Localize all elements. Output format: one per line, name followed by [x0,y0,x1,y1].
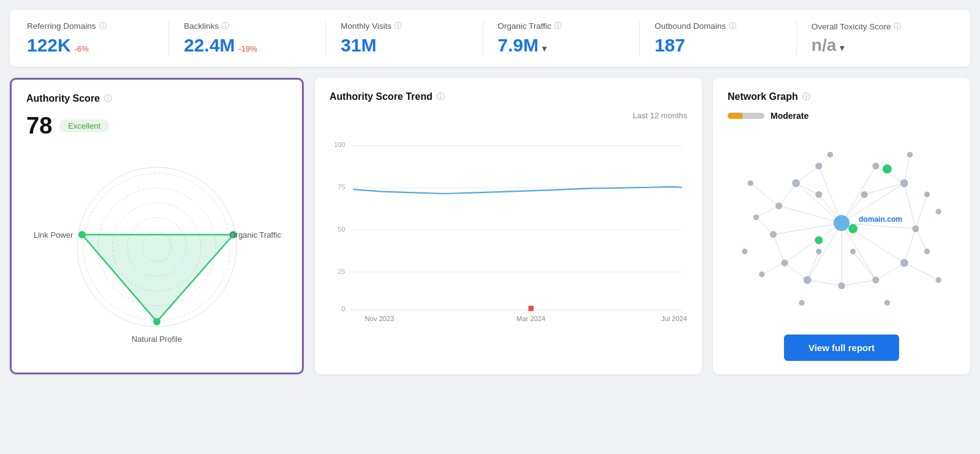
svg-line-46 [904,183,916,229]
authority-trend-title: Authority Score Trend ⓘ [330,91,687,102]
info-icon-toxicity-score[interactable]: ⓘ [894,21,901,32]
metric-label-backlinks: Backlinks ⓘ [184,21,311,31]
svg-point-71 [900,179,908,187]
metric-referring-domains: Referring Domains ⓘ 122K -6% [27,21,169,56]
info-icon-organic-traffic[interactable]: ⓘ [554,21,562,31]
metric-value-referring-domains: 122K -6% [27,35,154,56]
svg-line-56 [904,154,910,183]
svg-line-31 [842,223,876,280]
legend-bar [728,113,764,119]
svg-point-65 [781,260,788,267]
svg-point-69 [900,259,908,267]
svg-line-44 [876,263,905,280]
info-icon-monthly-visits[interactable]: ⓘ [394,21,402,31]
info-icon-network[interactable]: ⓘ [802,91,810,102]
svg-line-41 [785,263,807,280]
trend-chart-container: Last 12 months 100 75 50 25 0 [330,111,687,344]
svg-line-35 [842,166,876,223]
svg-point-66 [804,276,812,284]
info-icon-trend[interactable]: ⓘ [437,91,445,102]
network-graph-title: Network Graph ⓘ [728,91,956,102]
metric-organic-traffic: Organic Traffic ⓘ 7.9M ▾ [483,21,640,56]
view-full-report-button[interactable]: View full report [784,335,899,361]
svg-point-72 [872,162,879,169]
svg-text:0: 0 [342,305,345,312]
svg-line-57 [853,252,876,281]
svg-point-86 [742,249,747,254]
metric-label-toxicity-score: Overall Toxicity Score ⓘ [812,21,938,32]
svg-point-85 [935,209,941,214]
svg-point-80 [748,180,753,186]
svg-point-88 [884,300,890,306]
svg-point-62 [815,162,822,169]
network-svg: domain.com [728,128,956,318]
metric-toxicity-score: Overall Toxicity Score ⓘ n/a ▾ [797,21,953,55]
authority-trend-card: Authority Score Trend ⓘ Last 12 months 1… [315,78,702,374]
metric-value-monthly-visits: 31M [341,35,467,56]
svg-line-53 [904,263,938,280]
svg-point-7 [78,231,86,238]
svg-line-42 [807,280,842,286]
main-grid: Authority Score ⓘ 78 Excellent [10,78,970,374]
svg-point-77 [924,249,930,254]
metric-backlinks: Backlinks ⓘ 22.4M -19% [169,21,326,56]
trend-chart-svg: 100 75 50 25 0 Nov 2023 Mar 2024 [330,111,687,344]
svg-point-81 [827,152,833,157]
info-icon-authority-score[interactable]: ⓘ [104,93,112,104]
svg-line-49 [756,206,779,218]
svg-line-27 [773,223,842,235]
radar-label-link-power: Link Power [34,230,73,240]
svg-point-87 [799,300,804,306]
info-icon-referring-domains[interactable]: ⓘ [99,21,107,31]
svg-line-52 [762,263,785,274]
info-icon-backlinks[interactable]: ⓘ [222,21,229,31]
legend-text: Moderate [771,111,809,121]
svg-text:Jul 2024: Jul 2024 [661,315,687,322]
trend-period-label: Last 12 months [633,111,687,120]
svg-line-38 [796,166,819,183]
authority-score-card: Authority Score ⓘ 78 Excellent [10,78,304,374]
svg-line-51 [916,229,927,251]
network-graph-container: domain.com View full report [728,128,956,361]
svg-text:75: 75 [337,183,345,191]
svg-point-67 [838,282,845,289]
svg-point-82 [907,152,913,157]
svg-point-64 [770,231,777,238]
svg-point-90 [848,224,858,233]
radar-label-natural-profile: Natural Profile [132,335,182,345]
svg-line-39 [779,183,796,206]
network-legend: Moderate [728,111,956,121]
svg-point-76 [924,192,930,197]
svg-point-79 [935,277,941,282]
svg-point-63 [775,203,782,210]
metric-label-monthly-visits: Monthly Visits ⓘ [341,21,467,31]
authority-score-title: Authority Score ⓘ [26,93,287,104]
svg-line-43 [842,280,876,286]
svg-line-59 [864,183,904,195]
svg-text:Mar 2024: Mar 2024 [516,315,545,322]
metric-value-toxicity-score: n/a ▾ [812,36,938,55]
svg-point-68 [872,276,879,283]
svg-point-78 [759,271,764,277]
metric-label-referring-domains: Referring Domains ⓘ [27,21,154,31]
svg-rect-20 [529,306,534,311]
svg-point-89 [883,164,892,173]
svg-line-40 [773,235,785,263]
svg-point-9 [153,318,160,325]
info-icon-outbound-domains[interactable]: ⓘ [729,21,736,31]
metric-value-outbound-domains: 187 [655,35,782,56]
svg-point-74 [815,191,822,198]
svg-line-50 [916,195,927,229]
metric-value-organic-traffic: 7.9M ▾ [498,35,625,56]
svg-text:25: 25 [337,268,345,275]
metric-value-backlinks: 22.4M -19% [184,35,311,56]
metric-monthly-visits: Monthly Visits ⓘ 31M [326,21,483,56]
svg-line-28 [785,223,842,263]
svg-marker-6 [82,235,233,322]
svg-point-83 [850,249,856,254]
svg-text:Nov 2023: Nov 2023 [365,315,394,322]
radar-chart: Link Power Organic Traffic Natural Profi… [26,149,287,345]
metric-label-organic-traffic: Organic Traffic ⓘ [498,21,625,31]
svg-point-61 [792,179,800,187]
svg-point-91 [815,236,823,244]
